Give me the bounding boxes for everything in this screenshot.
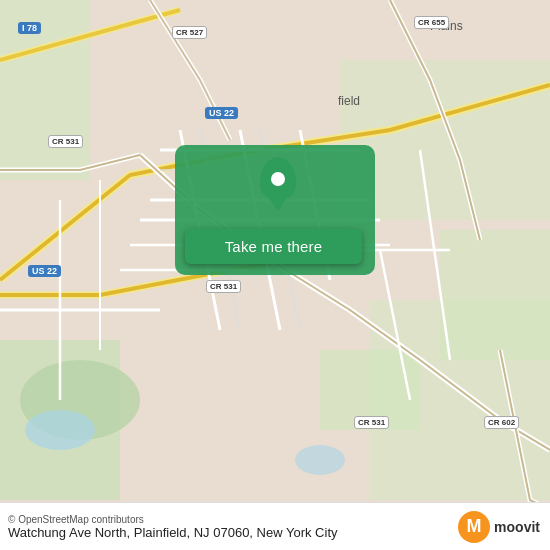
cr602-shield: CR 602 [484,416,519,429]
cr527-shield: CR 527 [172,26,207,39]
moovit-text: moovit [494,519,540,535]
cr531-low-shield: CR 531 [354,416,389,429]
i78-shield: I 78 [18,22,41,34]
bottom-bar: © OpenStreetMap contributors Watchung Av… [0,502,550,550]
us22-bottom-shield: US 22 [28,265,61,277]
us22-top-shield: US 22 [205,107,238,119]
location-pin [260,157,296,201]
cr531-mid-shield: CR 531 [206,280,241,293]
copyright-text: © OpenStreetMap contributors [8,514,338,525]
moovit-icon: M [458,511,490,543]
pin-dot [271,172,285,186]
map-background: Plains field [0,0,550,550]
take-me-there-button[interactable]: Take me there [185,229,362,264]
svg-point-9 [295,445,345,475]
svg-text:field: field [338,94,360,108]
cr531-top-shield: CR 531 [48,135,83,148]
address-text: Watchung Ave North, Plainfield, NJ 07060… [8,525,338,540]
svg-rect-7 [440,230,550,360]
svg-point-8 [25,410,95,450]
moovit-logo: M moovit [458,511,540,543]
svg-rect-1 [0,0,90,180]
bottom-left: © OpenStreetMap contributors Watchung Av… [8,514,338,540]
pin-body [260,157,296,201]
cr655-shield: CR 655 [414,16,449,29]
map-container: Plains field I 78 CR 527 CR 655 US 22 CR… [0,0,550,550]
take-me-there-label: Take me there [225,238,323,255]
